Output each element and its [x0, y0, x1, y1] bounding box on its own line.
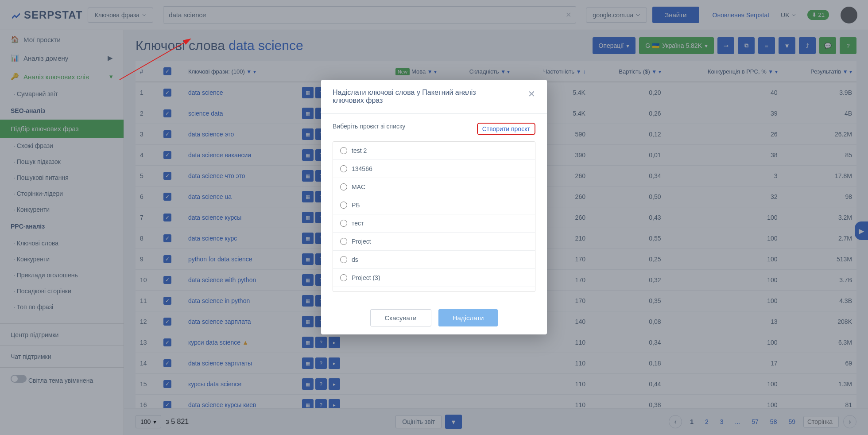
project-item[interactable]: MAC	[333, 178, 535, 196]
cancel-button[interactable]: Скасувати	[370, 309, 431, 326]
project-item[interactable]: 134566	[333, 160, 535, 178]
create-project-link[interactable]: Створити проєкт	[477, 123, 535, 135]
project-radio[interactable]	[340, 202, 347, 209]
project-item[interactable]: test	[333, 287, 535, 292]
modal-title: Надіслати ключові слова у Пакетний аналі…	[333, 89, 501, 105]
svg-line-0	[120, 39, 190, 80]
modal-close[interactable]: ✕	[528, 89, 535, 105]
project-item[interactable]: ds	[333, 251, 535, 269]
project-radio[interactable]	[340, 165, 347, 172]
project-item[interactable]: Project	[333, 233, 535, 251]
project-list: test 2134566MACРБтестProjectdsProject (3…	[333, 141, 535, 292]
project-item[interactable]: test 2	[333, 142, 535, 160]
project-item[interactable]: тест	[333, 214, 535, 233]
send-button[interactable]: Надіслати	[438, 309, 498, 326]
project-radio[interactable]	[340, 238, 347, 245]
project-radio[interactable]	[340, 183, 347, 190]
project-radio[interactable]	[340, 256, 347, 263]
modal-select-label: Виберіть проєкт зі списку	[333, 123, 405, 135]
project-item[interactable]: РБ	[333, 196, 535, 214]
project-item[interactable]: Project (3)	[333, 269, 535, 287]
project-radio[interactable]	[340, 274, 347, 281]
project-radio[interactable]	[340, 220, 347, 227]
project-radio[interactable]	[340, 147, 347, 154]
modal: Надіслати ключові слова у Пакетний аналі…	[321, 80, 547, 334]
modal-overlay: Надіслати ключові слова у Пакетний аналі…	[0, 0, 868, 435]
